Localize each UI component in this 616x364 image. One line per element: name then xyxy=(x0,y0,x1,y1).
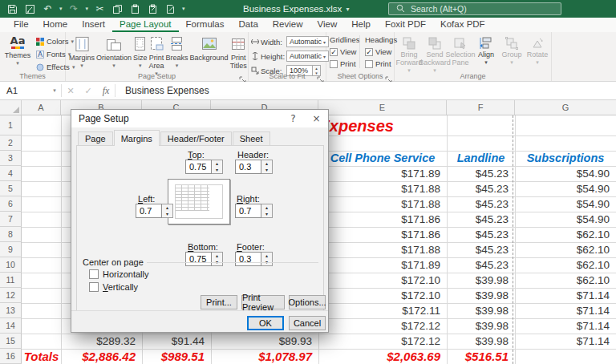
cell-E3-header[interactable]: Cell Phone Service xyxy=(318,151,447,166)
print-preview-button[interactable]: Print Preview xyxy=(241,295,285,309)
cell-G3-header[interactable]: Subscriptions xyxy=(515,151,616,166)
bring-forward-button[interactable]: Bring Forward▾ xyxy=(396,34,422,74)
cell-B15[interactable]: $289.32 xyxy=(62,334,136,349)
cell-F16-total[interactable]: $516.51 xyxy=(448,349,509,364)
gridlines-print-checkbox[interactable]: Print xyxy=(330,59,359,68)
confirm-entry-icon[interactable]: ✓ xyxy=(79,82,97,99)
width-select[interactable]: Automatic▾ xyxy=(286,36,329,47)
cell-C16-total[interactable]: $989.51 xyxy=(143,349,205,364)
cell-G13[interactable]: $71.14 xyxy=(516,303,610,318)
cell-E12[interactable]: $172.10 xyxy=(319,288,440,303)
tab-formulas[interactable]: Formulas xyxy=(179,18,232,32)
bottom-margin-spinner[interactable]: 0.75 ▴▾ xyxy=(185,252,223,266)
size-button[interactable]: Size▾ xyxy=(132,34,148,78)
tab-page-layout[interactable]: Page Layout xyxy=(112,18,179,32)
right-margin-value[interactable]: 0.7 xyxy=(235,204,261,218)
cell-F4[interactable]: $45.23 xyxy=(448,166,509,181)
options-button[interactable]: Options... xyxy=(289,295,326,309)
cell-G9[interactable]: $62.10 xyxy=(516,242,610,257)
paste-special-icon[interactable] xyxy=(147,3,159,15)
rotate-button[interactable]: Rotate▾ xyxy=(525,34,550,74)
cancel-entry-icon[interactable]: ✕ xyxy=(62,82,79,99)
tab-home[interactable]: Home xyxy=(36,18,75,32)
tab-help[interactable]: Help xyxy=(344,18,378,32)
insert-function-icon[interactable]: fx xyxy=(97,82,115,99)
cell-G6[interactable]: $54.90 xyxy=(516,196,610,212)
height-select[interactable]: Automatic▾ xyxy=(286,51,329,62)
footer-margin-spinner-buttons[interactable]: ▴▾ xyxy=(261,252,273,266)
cell-F6[interactable]: $45.23 xyxy=(448,196,509,212)
print-button[interactable]: Print... xyxy=(201,295,237,309)
cell-B16-total[interactable]: $2,886.42 xyxy=(62,349,136,364)
print-area-button[interactable]: Print Area▾ xyxy=(148,34,165,78)
print-titles-button[interactable]: Print Titles xyxy=(229,34,248,78)
cell-F12[interactable]: $39.98 xyxy=(448,288,509,303)
tab-kofax-pdf[interactable]: Kofax PDF xyxy=(433,18,492,32)
orientation-button[interactable]: Orientation▾ xyxy=(95,34,132,78)
dialog-close-icon[interactable]: × xyxy=(305,110,328,127)
bottom-margin-spinner-buttons[interactable]: ▴▾ xyxy=(212,252,223,266)
cell-E14[interactable]: $172.12 xyxy=(319,318,440,334)
save-icon[interactable] xyxy=(6,3,18,15)
cell-E4[interactable]: $171.89 xyxy=(319,166,440,181)
name-box-dropdown-icon[interactable]: ▾ xyxy=(48,82,61,99)
dialog-tab-page[interactable]: Page xyxy=(78,131,113,145)
top-margin-value[interactable]: 0.75 xyxy=(185,160,212,174)
dialog-help-icon[interactable]: ? xyxy=(282,110,305,127)
themes-button[interactable]: Aa Themes ▾ xyxy=(2,35,33,67)
dialog-tab-header-footer[interactable]: Header/Footer xyxy=(160,131,232,145)
cell-E15[interactable]: $172.12 xyxy=(319,334,440,349)
cell-E10[interactable]: $171.89 xyxy=(319,257,440,273)
undo-dropdown-icon[interactable]: ▾ xyxy=(59,6,63,12)
header-margin-value[interactable]: 0.3 xyxy=(235,160,261,174)
cell-F7[interactable]: $45.23 xyxy=(448,212,509,227)
cell-F10[interactable]: $45.23 xyxy=(448,257,509,273)
tab-insert[interactable]: Insert xyxy=(75,18,112,32)
undo-icon[interactable]: ↶ xyxy=(42,3,54,15)
cell-E16-total[interactable]: $2,063.69 xyxy=(319,349,440,364)
redo-icon[interactable]: ↷ xyxy=(68,3,80,15)
right-margin-spinner[interactable]: 0.7 ▴▾ xyxy=(235,204,273,218)
cell-G8[interactable]: $62.10 xyxy=(516,227,610,242)
margins-button[interactable]: Margins▾ xyxy=(68,34,95,78)
cell-G15[interactable]: $71.14 xyxy=(516,334,610,349)
cancel-button[interactable]: Cancel xyxy=(289,316,326,330)
customize-qat-icon[interactable]: ▾ xyxy=(182,6,185,12)
cell-F14[interactable]: $39.98 xyxy=(448,318,509,334)
send-backward-button[interactable]: Send Backward▾ xyxy=(422,34,448,74)
cell-F5[interactable]: $45.23 xyxy=(448,181,509,196)
tab-file[interactable]: File xyxy=(6,18,36,32)
cell-G4[interactable]: $54.90 xyxy=(516,166,610,181)
sheet-options-dialog-launcher-icon[interactable] xyxy=(385,72,392,79)
header-margin-spinner[interactable]: 0.3 ▴▾ xyxy=(235,160,273,174)
redo-dropdown-icon[interactable]: ▾ xyxy=(86,6,89,12)
group-button[interactable]: Group▾ xyxy=(499,34,525,74)
headings-print-checkbox[interactable]: Print xyxy=(365,59,395,68)
cell-G5[interactable]: $54.90 xyxy=(516,181,610,196)
scale-to-fit-dialog-launcher-icon[interactable] xyxy=(317,72,324,79)
headings-view-checkbox[interactable]: ✓View xyxy=(365,47,395,56)
tab-view[interactable]: View xyxy=(310,18,345,32)
footer-margin-spinner[interactable]: 0.3 ▴▾ xyxy=(235,252,273,266)
cell-D16-total[interactable]: $1,078.97 xyxy=(212,349,312,364)
cell-G11[interactable]: $62.10 xyxy=(516,273,610,288)
ok-button[interactable]: OK xyxy=(247,316,284,330)
footer-margin-value[interactable]: 0.3 xyxy=(235,252,261,266)
formula-content[interactable]: Business Expenses xyxy=(116,82,616,99)
cell-G12[interactable]: $71.14 xyxy=(516,288,610,303)
window-title[interactable]: Business Expenses.xlsx ▾ xyxy=(243,0,349,18)
select-all-corner[interactable] xyxy=(0,100,22,115)
cell-F9[interactable]: $45.23 xyxy=(448,242,509,257)
copy-icon[interactable] xyxy=(111,3,124,15)
cell-C15[interactable]: $91.44 xyxy=(143,334,205,349)
selection-pane-button[interactable]: Selection Pane xyxy=(448,34,473,74)
horizontally-checkbox[interactable]: Horizontally xyxy=(89,269,148,279)
background-button[interactable]: Background xyxy=(189,34,229,78)
search-box[interactable]: Search (Alt+Q) xyxy=(388,2,561,15)
cell-E13[interactable]: $172.11 xyxy=(319,303,440,318)
column-header-g[interactable]: G xyxy=(515,100,616,115)
cut-icon[interactable]: ✂ xyxy=(94,3,106,15)
gridlines-view-checkbox[interactable]: ✓View xyxy=(330,47,359,56)
cell-E5[interactable]: $171.88 xyxy=(319,181,440,196)
cell-F15[interactable]: $39.98 xyxy=(448,334,509,349)
